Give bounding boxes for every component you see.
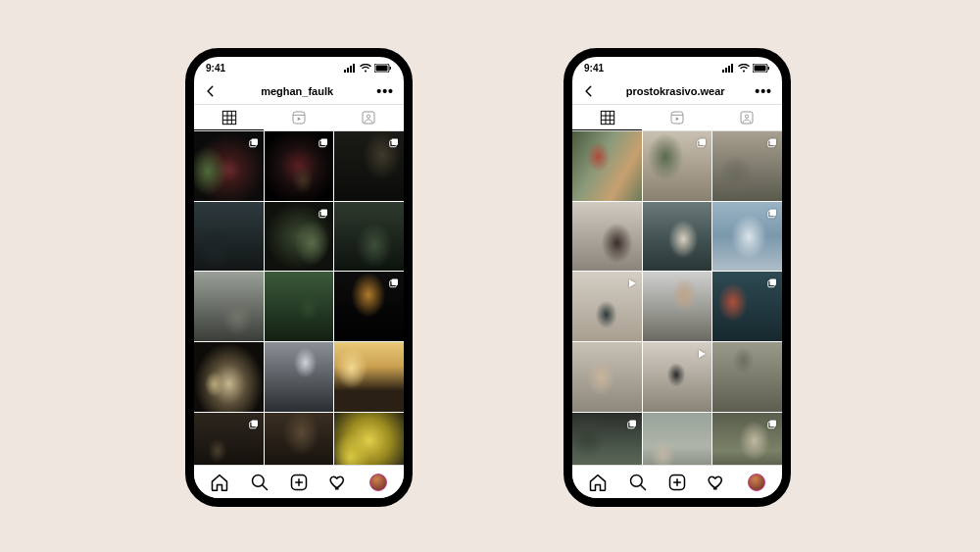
svg-rect-33 [722, 70, 724, 73]
avatar-icon [369, 474, 387, 491]
post-thumbnail[interactable] [572, 342, 642, 412]
nav-home[interactable] [210, 473, 229, 492]
phone-mockup-left: 9:41 meghan_faulk ••• [185, 48, 413, 507]
carousel-badge-icon [248, 135, 260, 147]
svg-point-48 [746, 115, 749, 118]
grid-icon [600, 110, 615, 125]
nav-home[interactable] [588, 473, 608, 492]
nav-activity[interactable] [328, 473, 348, 492]
reels-icon [669, 110, 685, 125]
carousel-badge-icon [318, 135, 329, 147]
nav-activity[interactable] [707, 473, 726, 492]
carousel-badge-icon [696, 135, 708, 147]
svg-rect-39 [768, 67, 770, 70]
post-thumbnail[interactable] [334, 413, 404, 465]
post-thumbnail[interactable] [712, 413, 782, 465]
post-thumbnail[interactable] [265, 272, 334, 341]
wifi-icon [360, 64, 371, 73]
nav-search[interactable] [628, 473, 648, 492]
post-thumbnail[interactable] [643, 272, 712, 341]
video-badge-icon [696, 346, 708, 358]
nav-profile[interactable] [368, 473, 388, 492]
post-thumbnail[interactable] [194, 413, 264, 465]
svg-rect-45 [671, 112, 683, 124]
search-icon [250, 473, 270, 492]
svg-rect-40 [601, 111, 613, 124]
svg-rect-34 [725, 68, 727, 73]
profile-tabs [194, 104, 404, 131]
post-thumbnail[interactable] [712, 202, 782, 272]
avatar-icon [748, 474, 765, 491]
post-thumbnail[interactable] [712, 272, 782, 341]
tab-reels[interactable] [642, 105, 711, 130]
signal-icon [344, 64, 357, 73]
heart-icon [707, 473, 726, 492]
post-thumbnail[interactable] [265, 342, 334, 412]
carousel-badge-icon [766, 206, 778, 218]
post-thumbnail[interactable] [334, 202, 404, 272]
carousel-badge-icon [248, 417, 260, 428]
svg-rect-59 [769, 420, 776, 427]
battery-icon [753, 64, 770, 73]
svg-rect-57 [629, 420, 636, 427]
profile-username[interactable]: meghan_faulk [261, 85, 333, 97]
profile-header: prostokrasivo.wear ••• [572, 78, 782, 104]
post-thumbnail[interactable] [334, 342, 404, 412]
post-thumbnail[interactable] [194, 131, 264, 201]
post-thumbnail[interactable] [643, 131, 712, 201]
home-icon [210, 473, 229, 492]
post-thumbnail[interactable] [643, 342, 712, 412]
phone-mockup-right: 9:41 prostokrasivo.wear ••• [564, 48, 791, 507]
svg-rect-24 [391, 279, 398, 286]
tab-tagged[interactable] [712, 105, 782, 130]
post-grid-scroll[interactable] [194, 131, 404, 465]
svg-rect-51 [769, 139, 776, 146]
svg-rect-0 [344, 70, 346, 73]
svg-rect-49 [700, 139, 707, 146]
svg-rect-12 [293, 112, 305, 124]
post-thumbnail[interactable] [572, 272, 642, 341]
post-thumbnail[interactable] [712, 131, 782, 201]
post-thumbnail[interactable] [334, 131, 404, 201]
plus-square-icon [667, 473, 687, 492]
carousel-badge-icon [626, 417, 638, 428]
post-thumbnail[interactable] [194, 272, 264, 341]
post-thumbnail[interactable] [643, 413, 712, 465]
search-icon [628, 473, 648, 492]
post-thumbnail[interactable] [572, 413, 642, 465]
post-thumbnail[interactable] [194, 202, 264, 272]
grid-icon [221, 110, 237, 125]
more-options-icon[interactable]: ••• [755, 84, 772, 98]
post-grid-scroll[interactable] [572, 131, 782, 465]
post-thumbnail[interactable] [643, 202, 712, 272]
tab-tagged[interactable] [334, 105, 404, 130]
battery-icon [374, 64, 392, 73]
post-grid [194, 131, 404, 465]
svg-rect-18 [321, 139, 328, 146]
nav-profile[interactable] [747, 473, 766, 492]
post-thumbnail[interactable] [334, 272, 404, 341]
post-grid [572, 131, 782, 465]
post-thumbnail[interactable] [712, 342, 782, 412]
more-options-icon[interactable]: ••• [376, 84, 394, 98]
profile-username[interactable]: prostokrasivo.wear [626, 85, 725, 97]
back-chevron-icon[interactable] [582, 84, 596, 98]
reels-icon [291, 110, 307, 125]
tab-grid[interactable] [194, 105, 264, 130]
post-thumbnail[interactable] [265, 413, 334, 465]
nav-new-post[interactable] [667, 473, 687, 492]
nav-search[interactable] [250, 473, 270, 492]
back-chevron-icon[interactable] [204, 84, 218, 98]
nav-new-post[interactable] [289, 473, 309, 492]
svg-rect-22 [321, 209, 328, 216]
tagged-icon [739, 110, 755, 125]
svg-rect-2 [350, 66, 352, 73]
post-thumbnail[interactable] [572, 131, 642, 201]
post-thumbnail[interactable] [572, 202, 642, 272]
svg-rect-6 [390, 67, 392, 70]
tab-reels[interactable] [264, 105, 333, 130]
tab-grid[interactable] [572, 105, 642, 130]
post-thumbnail[interactable] [265, 202, 334, 272]
post-thumbnail[interactable] [265, 131, 334, 201]
post-thumbnail[interactable] [194, 342, 264, 412]
